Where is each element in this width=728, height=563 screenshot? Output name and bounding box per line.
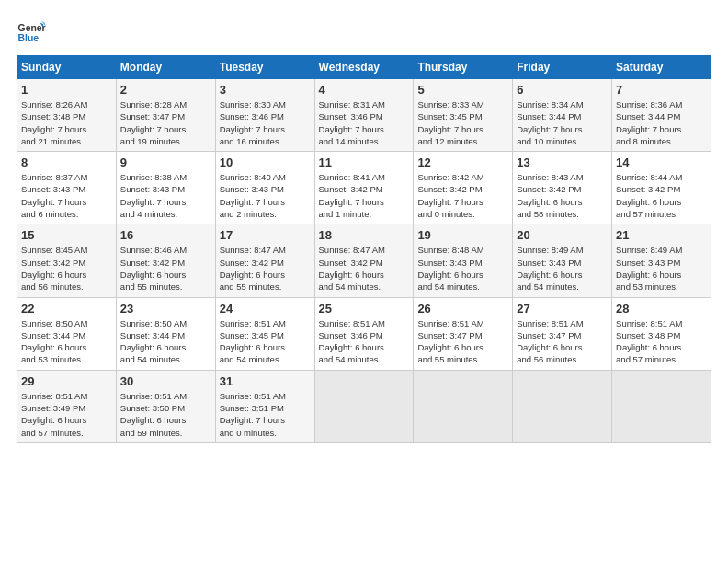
col-header-thursday: Thursday [414,56,513,79]
day-content: Sunrise: 8:46 AMSunset: 3:42 PMDaylight:… [120,245,187,292]
day-content: Sunrise: 8:34 AMSunset: 3:44 PMDaylight:… [517,99,583,146]
week-row-2: 8Sunrise: 8:37 AMSunset: 3:43 PMDaylight… [17,152,711,224]
day-cell: 26Sunrise: 8:51 AMSunset: 3:47 PMDayligh… [414,297,513,370]
day-number: 5 [417,83,508,97]
col-header-tuesday: Tuesday [215,56,314,79]
day-cell: 5Sunrise: 8:33 AMSunset: 3:45 PMDaylight… [414,79,513,152]
day-content: Sunrise: 8:51 AMSunset: 3:47 PMDaylight:… [417,318,483,365]
day-cell: 1Sunrise: 8:26 AMSunset: 3:48 PMDaylight… [17,79,117,152]
day-cell: 19Sunrise: 8:48 AMSunset: 3:43 PMDayligh… [414,224,513,297]
day-cell: 17Sunrise: 8:47 AMSunset: 3:42 PMDayligh… [215,224,314,297]
day-number: 20 [517,228,608,242]
week-row-4: 22Sunrise: 8:50 AMSunset: 3:44 PMDayligh… [17,297,711,370]
day-content: Sunrise: 8:33 AMSunset: 3:45 PMDaylight:… [417,99,483,146]
day-cell: 23Sunrise: 8:50 AMSunset: 3:44 PMDayligh… [116,297,215,370]
week-row-5: 29Sunrise: 8:51 AMSunset: 3:49 PMDayligh… [17,370,711,442]
header: General Blue [17,17,711,46]
day-number: 11 [319,155,410,169]
day-content: Sunrise: 8:51 AMSunset: 3:49 PMDaylight:… [21,391,87,438]
col-header-friday: Friday [513,56,612,79]
day-cell [414,370,513,442]
day-number: 6 [517,83,608,97]
day-cell: 16Sunrise: 8:46 AMSunset: 3:42 PMDayligh… [116,224,215,297]
day-content: Sunrise: 8:51 AMSunset: 3:50 PMDaylight:… [120,391,187,438]
day-cell: 24Sunrise: 8:51 AMSunset: 3:45 PMDayligh… [215,297,314,370]
day-cell: 28Sunrise: 8:51 AMSunset: 3:48 PMDayligh… [612,297,711,370]
day-cell: 3Sunrise: 8:30 AMSunset: 3:46 PMDaylight… [215,79,314,152]
day-content: Sunrise: 8:50 AMSunset: 3:44 PMDaylight:… [21,318,87,365]
col-header-sunday: Sunday [17,56,117,79]
day-content: Sunrise: 8:51 AMSunset: 3:51 PMDaylight:… [220,391,286,438]
col-header-saturday: Saturday [612,56,711,79]
calendar-header: SundayMondayTuesdayWednesdayThursdayFrid… [17,56,711,79]
day-cell: 22Sunrise: 8:50 AMSunset: 3:44 PMDayligh… [17,297,117,370]
day-content: Sunrise: 8:51 AMSunset: 3:45 PMDaylight:… [220,318,286,365]
day-content: Sunrise: 8:43 AMSunset: 3:42 PMDaylight:… [517,172,583,219]
day-number: 31 [220,374,311,388]
day-number: 26 [417,302,508,316]
day-content: Sunrise: 8:38 AMSunset: 3:43 PMDaylight:… [120,172,187,219]
col-header-monday: Monday [116,56,215,79]
day-number: 21 [616,228,707,242]
day-cell: 10Sunrise: 8:40 AMSunset: 3:43 PMDayligh… [215,152,314,224]
calendar-table: SundayMondayTuesdayWednesdayThursdayFrid… [17,55,711,443]
day-content: Sunrise: 8:41 AMSunset: 3:42 PMDaylight:… [319,172,385,219]
day-content: Sunrise: 8:50 AMSunset: 3:44 PMDaylight:… [120,318,187,365]
day-cell [513,370,612,442]
day-number: 13 [517,155,608,169]
day-number: 19 [417,228,508,242]
day-number: 28 [616,302,707,316]
day-content: Sunrise: 8:28 AMSunset: 3:47 PMDaylight:… [120,99,187,146]
day-content: Sunrise: 8:49 AMSunset: 3:43 PMDaylight:… [517,245,583,292]
day-cell: 27Sunrise: 8:51 AMSunset: 3:47 PMDayligh… [513,297,612,370]
day-content: Sunrise: 8:44 AMSunset: 3:42 PMDaylight:… [616,172,682,219]
day-number: 30 [120,374,211,388]
day-number: 2 [120,83,211,97]
day-number: 25 [319,302,410,316]
day-content: Sunrise: 8:42 AMSunset: 3:42 PMDaylight:… [417,172,483,219]
day-cell: 6Sunrise: 8:34 AMSunset: 3:44 PMDaylight… [513,79,612,152]
day-cell: 30Sunrise: 8:51 AMSunset: 3:50 PMDayligh… [116,370,215,442]
day-number: 7 [616,83,707,97]
day-content: Sunrise: 8:51 AMSunset: 3:47 PMDaylight:… [517,318,583,365]
col-header-wednesday: Wednesday [314,56,414,79]
day-cell: 21Sunrise: 8:49 AMSunset: 3:43 PMDayligh… [612,224,711,297]
day-number: 17 [220,228,311,242]
day-cell: 14Sunrise: 8:44 AMSunset: 3:42 PMDayligh… [612,152,711,224]
day-number: 22 [21,302,112,316]
day-content: Sunrise: 8:47 AMSunset: 3:42 PMDaylight:… [319,245,385,292]
week-row-1: 1Sunrise: 8:26 AMSunset: 3:48 PMDaylight… [17,79,711,152]
week-row-3: 15Sunrise: 8:45 AMSunset: 3:42 PMDayligh… [17,224,711,297]
day-content: Sunrise: 8:51 AMSunset: 3:46 PMDaylight:… [319,318,385,365]
day-content: Sunrise: 8:30 AMSunset: 3:46 PMDaylight:… [220,99,286,146]
day-cell [314,370,414,442]
day-number: 9 [120,155,211,169]
day-number: 16 [120,228,211,242]
day-number: 3 [220,83,311,97]
day-content: Sunrise: 8:40 AMSunset: 3:43 PMDaylight:… [220,172,286,219]
day-cell: 8Sunrise: 8:37 AMSunset: 3:43 PMDaylight… [17,152,117,224]
svg-text:Blue: Blue [18,33,40,43]
day-cell: 20Sunrise: 8:49 AMSunset: 3:43 PMDayligh… [513,224,612,297]
day-content: Sunrise: 8:48 AMSunset: 3:43 PMDaylight:… [417,245,483,292]
day-number: 18 [319,228,410,242]
day-cell: 4Sunrise: 8:31 AMSunset: 3:46 PMDaylight… [314,79,414,152]
day-content: Sunrise: 8:26 AMSunset: 3:48 PMDaylight:… [21,99,87,146]
day-cell: 29Sunrise: 8:51 AMSunset: 3:49 PMDayligh… [17,370,117,442]
day-number: 14 [616,155,707,169]
page: General Blue SundayMondayTuesdayWednesda… [0,0,728,563]
day-number: 8 [21,155,112,169]
day-content: Sunrise: 8:45 AMSunset: 3:42 PMDaylight:… [21,245,87,292]
day-number: 15 [21,228,112,242]
day-number: 10 [220,155,311,169]
day-number: 24 [220,302,311,316]
day-content: Sunrise: 8:37 AMSunset: 3:43 PMDaylight:… [21,172,87,219]
day-cell: 25Sunrise: 8:51 AMSunset: 3:46 PMDayligh… [314,297,414,370]
day-content: Sunrise: 8:36 AMSunset: 3:44 PMDaylight:… [616,99,682,146]
day-cell: 15Sunrise: 8:45 AMSunset: 3:42 PMDayligh… [17,224,117,297]
day-content: Sunrise: 8:49 AMSunset: 3:43 PMDaylight:… [616,245,682,292]
day-number: 1 [21,83,112,97]
day-number: 23 [120,302,211,316]
day-content: Sunrise: 8:31 AMSunset: 3:46 PMDaylight:… [319,99,385,146]
day-cell: 2Sunrise: 8:28 AMSunset: 3:47 PMDaylight… [116,79,215,152]
